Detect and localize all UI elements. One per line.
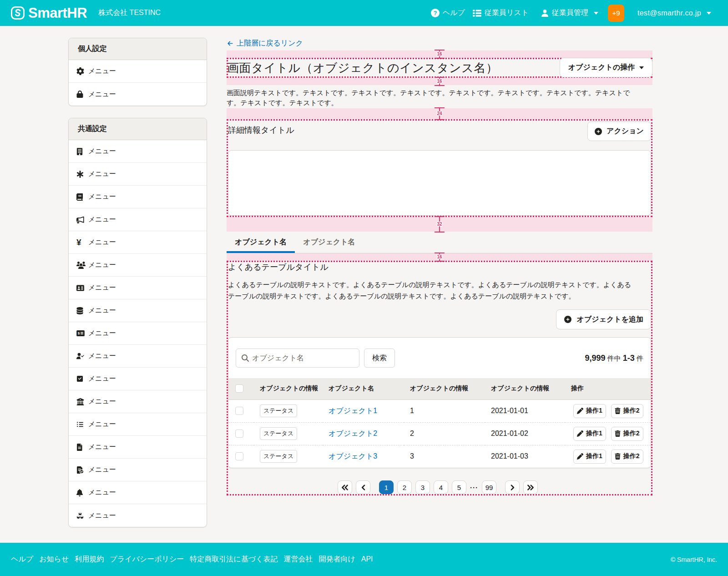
svg-text:?: ? <box>433 10 437 16</box>
